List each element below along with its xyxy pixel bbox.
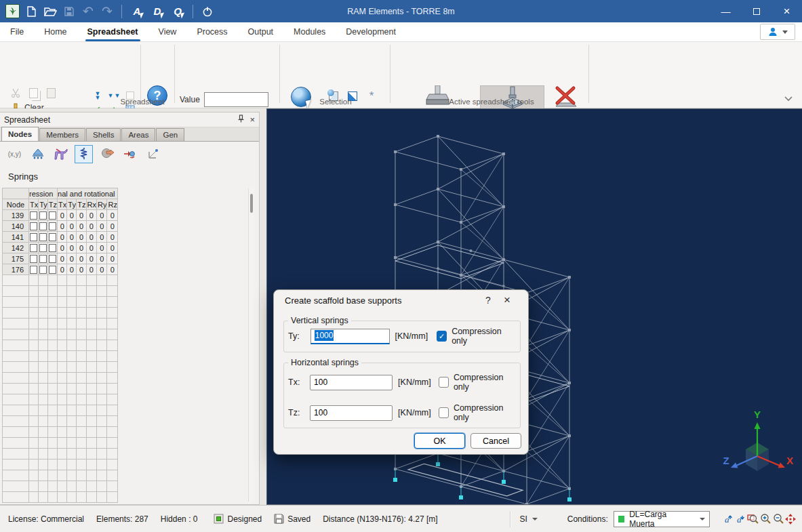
spring-value-cell[interactable]: 0 — [67, 210, 77, 221]
user-account-button[interactable] — [760, 24, 795, 40]
ty-compression-checkbox[interactable]: ✓ Compression only — [437, 327, 516, 346]
spring-checkbox-cell[interactable] — [29, 210, 39, 221]
node-move-tool-button[interactable] — [121, 145, 139, 163]
frame-tool-button[interactable] — [52, 145, 70, 163]
spring-value-cell[interactable]: 0 — [67, 253, 77, 264]
panel-tab-gen[interactable]: Gen — [156, 128, 184, 141]
node-id-cell[interactable]: 142 — [3, 243, 29, 253]
spring-checkbox-cell[interactable] — [39, 221, 48, 232]
collapse-ribbon-button[interactable] — [784, 94, 793, 104]
spring-value-cell[interactable]: 0 — [107, 264, 117, 275]
tab-file[interactable]: File — [0, 22, 34, 42]
increase-font-button[interactable]: a — [722, 511, 734, 527]
spring-checkbox-cell[interactable] — [39, 210, 48, 221]
node-id-cell[interactable]: 139 — [3, 210, 29, 221]
spring-value-cell[interactable]: 0 — [97, 232, 107, 243]
spring-checkbox-cell[interactable] — [47, 264, 57, 275]
node-id-cell[interactable]: 140 — [3, 221, 29, 232]
panel-tab-nodes[interactable]: Nodes — [1, 127, 39, 141]
spring-value-cell[interactable]: 0 — [86, 221, 96, 232]
spring-value-cell[interactable]: 0 — [107, 221, 117, 232]
node-id-cell[interactable]: 141 — [3, 232, 29, 243]
paste-icon[interactable] — [45, 87, 57, 99]
spring-checkbox-cell[interactable] — [47, 221, 57, 232]
supports-tool-button[interactable] — [28, 145, 47, 163]
tab-development[interactable]: Development — [336, 22, 406, 42]
spring-checkbox-cell[interactable] — [47, 243, 57, 253]
spring-value-cell[interactable]: 0 — [86, 243, 96, 253]
spring-value-cell[interactable]: 0 — [58, 253, 67, 264]
spring-checkbox-cell[interactable] — [29, 221, 39, 232]
tab-output[interactable]: Output — [238, 22, 284, 42]
pin-icon[interactable] — [238, 115, 244, 125]
tab-process[interactable]: Process — [186, 22, 237, 42]
copy-icon[interactable] — [27, 87, 39, 99]
spring-checkbox-cell[interactable] — [29, 264, 39, 275]
select-tool-q-button[interactable]: Q — [169, 5, 186, 17]
spring-value-cell[interactable]: 0 — [97, 264, 107, 275]
spring-value-cell[interactable]: 0 — [107, 232, 117, 243]
springs-tool-button[interactable] — [75, 145, 93, 163]
units-dropdown[interactable]: SI — [519, 514, 537, 524]
select-tool-a-button[interactable]: A — [129, 5, 145, 17]
minimize-button[interactable]: — — [710, 0, 741, 22]
spring-value-cell[interactable]: 0 — [97, 210, 107, 221]
cancel-button[interactable]: Cancel — [470, 433, 521, 449]
panel-tab-members[interactable]: Members — [39, 128, 85, 141]
spring-value-cell[interactable]: 0 — [58, 264, 67, 275]
spring-checkbox-cell[interactable] — [47, 210, 57, 221]
spring-value-cell[interactable]: 0 — [97, 253, 107, 264]
cut-icon[interactable] — [9, 87, 22, 99]
open-file-button[interactable] — [43, 3, 58, 20]
spring-value-cell[interactable]: 0 — [86, 264, 96, 275]
spring-checkbox-cell[interactable] — [39, 232, 48, 243]
tz-compression-checkbox[interactable]: Compression only — [439, 403, 516, 422]
spring-value-cell[interactable]: 0 — [97, 221, 107, 232]
decrease-font-button[interactable]: a — [734, 511, 746, 527]
maximize-button[interactable] — [741, 0, 771, 22]
spring-value-cell[interactable]: 0 — [107, 243, 117, 253]
spring-checkbox-cell[interactable] — [39, 243, 48, 253]
spring-value-cell[interactable]: 0 — [67, 232, 77, 243]
panel-splitter[interactable] — [260, 108, 266, 505]
spring-value-cell[interactable]: 0 — [107, 253, 117, 264]
spring-value-cell[interactable]: 0 — [67, 221, 77, 232]
tab-modules[interactable]: Modules — [283, 22, 336, 42]
panel-close-icon[interactable]: × — [249, 115, 255, 125]
spring-checkbox-cell[interactable] — [39, 253, 48, 264]
dialog-close-button[interactable]: × — [497, 293, 517, 307]
zoom-extents-button[interactable] — [784, 511, 797, 527]
spring-value-cell[interactable]: 0 — [77, 243, 86, 253]
spring-value-cell[interactable]: 0 — [77, 210, 86, 221]
spring-checkbox-cell[interactable] — [29, 243, 39, 253]
save-button[interactable] — [62, 3, 77, 20]
spring-value-cell[interactable]: 0 — [77, 232, 86, 243]
node-id-cell[interactable]: 175 — [3, 253, 29, 264]
ty-input[interactable]: 1000 — [310, 329, 390, 344]
zoom-out-button[interactable] — [771, 511, 784, 527]
tab-home[interactable]: Home — [34, 22, 77, 42]
spring-value-cell[interactable]: 0 — [67, 264, 77, 275]
tz-input[interactable] — [310, 405, 393, 421]
dialog-help-button[interactable]: ? — [479, 295, 497, 306]
table-scrollbar[interactable] — [248, 188, 254, 502]
coordinates-tool-button[interactable]: (x,y) — [5, 145, 24, 163]
select-tool-d-button[interactable]: D — [149, 5, 165, 17]
spring-value-cell[interactable]: 0 — [58, 221, 67, 232]
zoom-window-button[interactable] — [747, 511, 759, 527]
spring-value-cell[interactable]: 0 — [58, 243, 67, 253]
spring-value-cell[interactable]: 0 — [58, 210, 67, 221]
spring-checkbox-cell[interactable] — [39, 264, 48, 275]
spring-value-cell[interactable]: 0 — [77, 253, 86, 264]
close-button[interactable]: × — [771, 0, 802, 22]
spring-value-cell[interactable]: 0 — [77, 221, 86, 232]
spring-checkbox-cell[interactable] — [29, 232, 39, 243]
spring-checkbox-cell[interactable] — [29, 253, 39, 264]
spring-checkbox-cell[interactable] — [47, 253, 57, 264]
tx-input[interactable] — [310, 375, 393, 390]
ok-button[interactable]: OK — [414, 433, 465, 449]
spring-value-cell[interactable]: 0 — [86, 253, 96, 264]
spring-value-cell[interactable]: 0 — [67, 243, 77, 253]
condition-dropdown[interactable]: DL=Carga Muerta — [614, 511, 710, 527]
tab-view[interactable]: View — [148, 22, 187, 42]
